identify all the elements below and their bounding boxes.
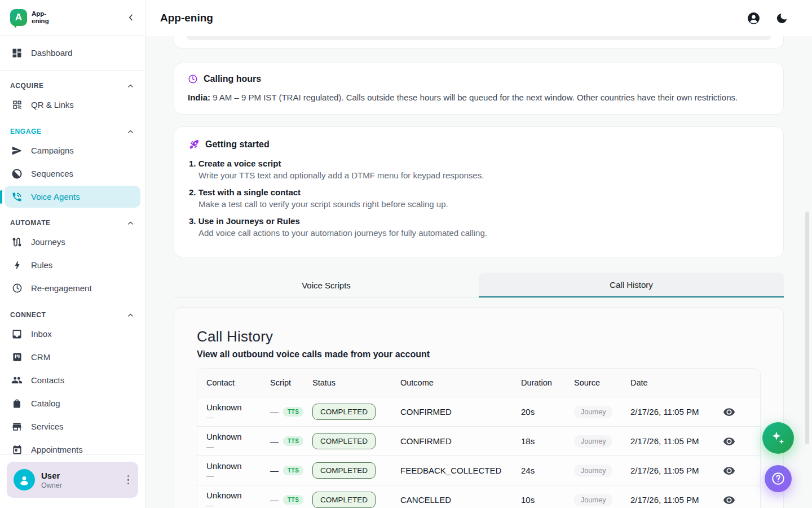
sidebar-item-label: Contacts <box>31 375 64 385</box>
sidebar-item-label: QR & Links <box>31 100 74 110</box>
contact-name: Unknown <box>206 432 270 441</box>
sidebar-item-dashboard[interactable]: Dashboard <box>0 36 145 71</box>
ai-assistant-button[interactable] <box>762 422 794 454</box>
status-badge: COMPLETED <box>312 404 376 420</box>
sidebar-item-label: CRM <box>31 352 50 362</box>
scrolled-card-bottom <box>174 36 784 49</box>
user-meta: User Owner <box>41 471 62 489</box>
scrolled-card-inner <box>187 36 771 40</box>
kanban-icon <box>11 352 23 362</box>
view-call-eye-icon[interactable] <box>723 435 735 448</box>
calling-hours-text: India: 9 AM – 9 PM IST (TRAI regulated).… <box>188 93 770 102</box>
clock-icon <box>11 283 23 294</box>
date-value: 2/17/26, 11:05 PM <box>630 466 715 475</box>
sidebar-section-acquire[interactable]: ACQUIRE <box>0 78 145 93</box>
sidebar-item-qr-links[interactable]: QR & Links <box>0 93 145 116</box>
sidebar-item-label: Inbox <box>31 329 52 339</box>
view-call-eye-icon[interactable] <box>723 465 735 477</box>
tab-voice-scripts[interactable]: Voice Scripts <box>174 273 479 297</box>
view-call-eye-icon[interactable] <box>723 406 735 418</box>
sidebar-collapse-icon[interactable] <box>126 12 136 23</box>
sidebar-item-contacts[interactable]: Contacts <box>0 369 145 392</box>
step-number: 2. <box>189 187 196 197</box>
contact-sub: — <box>206 413 270 422</box>
qr-code-icon <box>11 99 23 110</box>
script-value: — <box>270 495 279 505</box>
step-title: Create a voice script <box>198 159 281 168</box>
duration-value: 24s <box>521 466 574 475</box>
sidebar-item-label: Dashboard <box>31 48 72 58</box>
phone-call-icon <box>11 191 23 203</box>
contact-name: Unknown <box>206 491 270 500</box>
sidebar-item-crm[interactable]: CRM <box>0 345 145 369</box>
tts-badge: TTS <box>283 466 303 475</box>
sidebar-item-appointments[interactable]: Appointments <box>0 438 145 454</box>
dashboard-icon <box>11 47 23 59</box>
rocket-icon <box>189 139 200 150</box>
sidebar-item-label: Appointments <box>31 445 83 454</box>
account-icon[interactable] <box>747 11 761 25</box>
sidebar-item-sequences[interactable]: Sequences <box>0 162 145 185</box>
sidebar-item-catalog[interactable]: Catalog <box>0 392 145 415</box>
date-value: 2/17/26, 11:05 PM <box>630 407 715 417</box>
tab-bar: Voice Scripts Call History <box>174 273 784 298</box>
sidebar-section-automate[interactable]: AUTOMATE <box>0 216 145 230</box>
outcome-value: CONFIRMED <box>400 407 521 417</box>
user-role: Owner <box>41 481 62 489</box>
sidebar-item-services[interactable]: Services <box>0 415 145 438</box>
sidebar-section-engage[interactable]: ENGAGE <box>0 124 145 139</box>
sidebar-item-rules[interactable]: Rules <box>0 253 145 277</box>
route-icon <box>11 237 23 248</box>
section-label: CONNECT <box>10 311 46 319</box>
sidebar-item-journeys[interactable]: Journeys <box>0 230 145 253</box>
sidebar-item-campaigns[interactable]: Campaigns <box>0 139 145 162</box>
send-icon <box>11 145 23 156</box>
step-item: 3. Use in Journeys or Rules Add voice ca… <box>189 216 769 238</box>
vertical-scrollbar-thumb[interactable] <box>805 212 809 444</box>
date-value: 2/17/26, 11:05 PM <box>630 495 715 505</box>
sequence-icon <box>11 168 23 179</box>
sidebar-item-label: Campaigns <box>31 146 74 155</box>
view-call-eye-icon[interactable] <box>723 494 735 506</box>
column-header-source: Source <box>574 378 630 387</box>
column-header-duration: Duration <box>521 378 574 387</box>
source-badge: Journey <box>574 494 612 506</box>
table-header-row: Contact Script Status Outcome Duration S… <box>197 369 760 397</box>
contact-name: Unknown <box>206 461 270 471</box>
inbox-icon <box>11 329 23 340</box>
clock-icon <box>188 74 198 84</box>
contact-name: Unknown <box>206 402 270 412</box>
logo-text: App- ening <box>32 10 49 24</box>
help-button[interactable] <box>765 465 792 492</box>
kebab-menu-icon[interactable] <box>124 472 133 488</box>
sidebar-section-connect[interactable]: CONNECT <box>0 308 145 322</box>
step-number: 3. <box>189 216 196 226</box>
people-icon <box>11 374 23 386</box>
user-profile-card[interactable]: User Owner <box>7 462 138 498</box>
source-badge: Journey <box>574 465 612 477</box>
script-value: — <box>270 436 279 446</box>
chevron-up-icon <box>126 82 135 90</box>
duration-value: 18s <box>521 436 574 446</box>
call-history-table: Contact Script Status Outcome Duration S… <box>197 368 761 508</box>
shopping-bag-icon <box>11 398 23 409</box>
app-logo-icon: A <box>10 9 27 26</box>
dark-mode-moon-icon[interactable] <box>775 12 788 25</box>
tab-call-history[interactable]: Call History <box>479 273 784 297</box>
column-header-script: Script <box>270 378 312 387</box>
storefront-icon <box>11 421 23 432</box>
sidebar-item-re-engagement[interactable]: Re-engagement <box>0 277 145 300</box>
content-scroll-area[interactable]: Calling hours India: 9 AM – 9 PM IST (TR… <box>145 36 812 508</box>
date-value: 2/17/26, 11:05 PM <box>630 436 715 446</box>
sidebar-item-voice-agents[interactable]: Voice Agents <box>5 186 140 208</box>
status-badge: COMPLETED <box>312 433 376 449</box>
sidebar-item-label: Voice Agents <box>31 192 80 202</box>
sidebar-item-label: Services <box>31 422 64 431</box>
calling-hours-title: Calling hours <box>204 74 261 84</box>
step-description: Write your TTS text and optionally add a… <box>198 170 769 180</box>
sidebar-nav: Dashboard ACQUIRE QR & Links ENGAGE Camp… <box>0 36 145 454</box>
section-label: ENGAGE <box>10 128 42 135</box>
contact-sub: — <box>206 443 270 451</box>
sidebar-item-inbox[interactable]: Inbox <box>0 322 145 345</box>
user-avatar <box>14 469 35 491</box>
